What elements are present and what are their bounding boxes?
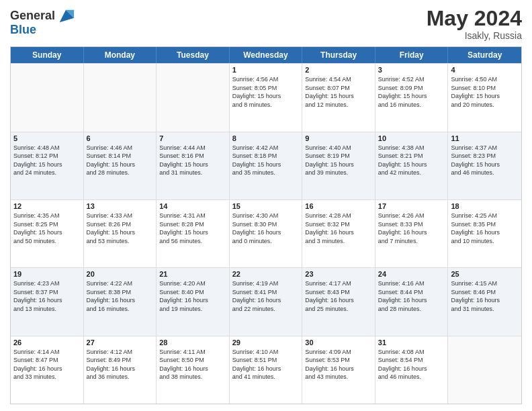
day-cell-13: 13Sunrise: 4:33 AM Sunset: 8:26 PM Dayli… xyxy=(84,200,157,267)
cell-content: Sunrise: 4:09 AM Sunset: 8:53 PM Dayligh… xyxy=(305,348,372,381)
cell-content: Sunrise: 4:16 AM Sunset: 8:44 PM Dayligh… xyxy=(378,279,445,313)
day-number: 29 xyxy=(232,338,300,347)
cell-content: Sunrise: 4:11 AM Sunset: 8:50 PM Dayligh… xyxy=(159,348,226,381)
day-cell-17: 17Sunrise: 4:26 AM Sunset: 8:33 PM Dayli… xyxy=(375,200,449,267)
day-number: 16 xyxy=(305,202,372,210)
month-title: May 2024 xyxy=(427,7,522,30)
cell-content: Sunrise: 4:44 AM Sunset: 8:16 PM Dayligh… xyxy=(159,144,226,177)
header-day-thursday: Thursday xyxy=(302,47,375,63)
empty-cell xyxy=(157,64,230,131)
day-number: 30 xyxy=(305,338,372,347)
cell-content: Sunrise: 4:10 AM Sunset: 8:51 PM Dayligh… xyxy=(232,348,300,381)
cell-content: Sunrise: 4:50 AM Sunset: 8:10 PM Dayligh… xyxy=(451,75,519,109)
day-cell-7: 7Sunrise: 4:44 AM Sunset: 8:16 PM Daylig… xyxy=(157,132,230,199)
day-cell-20: 20Sunrise: 4:22 AM Sunset: 8:38 PM Dayli… xyxy=(84,268,157,335)
header-day-monday: Monday xyxy=(84,47,157,63)
calendar: SundayMondayTuesdayWednesdayThursdayFrid… xyxy=(10,46,522,404)
cell-content: Sunrise: 4:22 AM Sunset: 8:38 PM Dayligh… xyxy=(87,279,154,313)
empty-cell xyxy=(11,64,84,131)
calendar-row-4: 26Sunrise: 4:14 AM Sunset: 8:47 PM Dayli… xyxy=(11,336,521,404)
day-cell-10: 10Sunrise: 4:38 AM Sunset: 8:21 PM Dayli… xyxy=(375,132,449,199)
empty-cell xyxy=(84,64,157,131)
day-number: 24 xyxy=(378,270,445,278)
day-cell-28: 28Sunrise: 4:11 AM Sunset: 8:50 PM Dayli… xyxy=(157,336,230,404)
day-cell-11: 11Sunrise: 4:37 AM Sunset: 8:23 PM Dayli… xyxy=(448,132,521,199)
day-number: 10 xyxy=(378,134,445,142)
logo: General Blue xyxy=(10,7,75,37)
cell-content: Sunrise: 4:40 AM Sunset: 8:19 PM Dayligh… xyxy=(305,144,372,177)
page: General Blue May 2024 Isakly, Russia Sun… xyxy=(0,0,532,411)
day-cell-5: 5Sunrise: 4:48 AM Sunset: 8:12 PM Daylig… xyxy=(11,132,84,199)
cell-content: Sunrise: 4:37 AM Sunset: 8:23 PM Dayligh… xyxy=(451,144,519,177)
day-cell-1: 1Sunrise: 4:56 AM Sunset: 8:05 PM Daylig… xyxy=(230,64,303,131)
cell-content: Sunrise: 4:56 AM Sunset: 8:05 PM Dayligh… xyxy=(232,75,300,109)
cell-content: Sunrise: 4:35 AM Sunset: 8:25 PM Dayligh… xyxy=(13,212,81,245)
day-cell-24: 24Sunrise: 4:16 AM Sunset: 8:44 PM Dayli… xyxy=(375,268,449,335)
cell-content: Sunrise: 4:15 AM Sunset: 8:46 PM Dayligh… xyxy=(451,279,519,313)
day-number: 19 xyxy=(13,270,81,278)
day-cell-16: 16Sunrise: 4:28 AM Sunset: 8:32 PM Dayli… xyxy=(302,200,375,267)
day-number: 11 xyxy=(451,134,519,142)
header-day-friday: Friday xyxy=(375,47,449,63)
calendar-row-2: 12Sunrise: 4:35 AM Sunset: 8:25 PM Dayli… xyxy=(11,199,521,267)
day-cell-29: 29Sunrise: 4:10 AM Sunset: 8:51 PM Dayli… xyxy=(230,336,303,404)
day-cell-2: 2Sunrise: 4:54 AM Sunset: 8:07 PM Daylig… xyxy=(302,64,375,131)
cell-content: Sunrise: 4:19 AM Sunset: 8:41 PM Dayligh… xyxy=(232,279,300,313)
day-number: 13 xyxy=(87,202,154,210)
cell-content: Sunrise: 4:08 AM Sunset: 8:54 PM Dayligh… xyxy=(378,348,445,381)
cell-content: Sunrise: 4:17 AM Sunset: 8:43 PM Dayligh… xyxy=(305,279,372,313)
day-number: 17 xyxy=(378,202,445,210)
day-number: 15 xyxy=(232,202,300,210)
cell-content: Sunrise: 4:38 AM Sunset: 8:21 PM Dayligh… xyxy=(378,144,445,177)
day-number: 8 xyxy=(232,134,300,142)
cell-content: Sunrise: 4:42 AM Sunset: 8:18 PM Dayligh… xyxy=(232,144,300,177)
day-number: 7 xyxy=(159,134,226,142)
day-cell-3: 3Sunrise: 4:52 AM Sunset: 8:09 PM Daylig… xyxy=(375,64,449,131)
cell-content: Sunrise: 4:31 AM Sunset: 8:28 PM Dayligh… xyxy=(159,212,226,245)
empty-cell xyxy=(448,336,521,404)
day-number: 28 xyxy=(159,338,226,347)
day-number: 1 xyxy=(232,66,300,74)
header-day-saturday: Saturday xyxy=(448,47,521,63)
day-number: 31 xyxy=(378,338,445,347)
day-number: 25 xyxy=(451,270,519,278)
day-cell-25: 25Sunrise: 4:15 AM Sunset: 8:46 PM Dayli… xyxy=(448,268,521,335)
day-number: 18 xyxy=(451,202,519,210)
day-number: 22 xyxy=(232,270,300,278)
day-number: 9 xyxy=(305,134,372,142)
day-cell-23: 23Sunrise: 4:17 AM Sunset: 8:43 PM Dayli… xyxy=(302,268,375,335)
cell-content: Sunrise: 4:48 AM Sunset: 8:12 PM Dayligh… xyxy=(13,144,81,177)
cell-content: Sunrise: 4:25 AM Sunset: 8:35 PM Dayligh… xyxy=(451,212,519,245)
cell-content: Sunrise: 4:20 AM Sunset: 8:40 PM Dayligh… xyxy=(159,279,226,313)
day-cell-18: 18Sunrise: 4:25 AM Sunset: 8:35 PM Dayli… xyxy=(448,200,521,267)
day-number: 3 xyxy=(378,66,445,74)
day-number: 12 xyxy=(13,202,81,210)
day-number: 21 xyxy=(159,270,226,278)
cell-content: Sunrise: 4:26 AM Sunset: 8:33 PM Dayligh… xyxy=(378,212,445,245)
cell-content: Sunrise: 4:23 AM Sunset: 8:37 PM Dayligh… xyxy=(13,279,81,313)
header: General Blue May 2024 Isakly, Russia xyxy=(10,7,522,41)
logo-text: General xyxy=(10,9,55,23)
day-cell-8: 8Sunrise: 4:42 AM Sunset: 8:18 PM Daylig… xyxy=(230,132,303,199)
cell-content: Sunrise: 4:28 AM Sunset: 8:32 PM Dayligh… xyxy=(305,212,372,245)
day-cell-4: 4Sunrise: 4:50 AM Sunset: 8:10 PM Daylig… xyxy=(448,64,521,131)
day-number: 20 xyxy=(87,270,154,278)
title-block: May 2024 Isakly, Russia xyxy=(427,7,522,41)
day-number: 5 xyxy=(13,134,81,142)
day-number: 26 xyxy=(13,338,81,347)
day-cell-12: 12Sunrise: 4:35 AM Sunset: 8:25 PM Dayli… xyxy=(11,200,84,267)
day-number: 2 xyxy=(305,66,372,74)
day-cell-9: 9Sunrise: 4:40 AM Sunset: 8:19 PM Daylig… xyxy=(302,132,375,199)
calendar-header: SundayMondayTuesdayWednesdayThursdayFrid… xyxy=(11,47,521,63)
day-cell-27: 27Sunrise: 4:12 AM Sunset: 8:49 PM Dayli… xyxy=(84,336,157,404)
cell-content: Sunrise: 4:12 AM Sunset: 8:49 PM Dayligh… xyxy=(87,348,154,381)
day-cell-14: 14Sunrise: 4:31 AM Sunset: 8:28 PM Dayli… xyxy=(157,200,230,267)
day-number: 23 xyxy=(305,270,372,278)
day-cell-6: 6Sunrise: 4:46 AM Sunset: 8:14 PM Daylig… xyxy=(84,132,157,199)
day-number: 27 xyxy=(87,338,154,347)
location-title: Isakly, Russia xyxy=(427,30,522,41)
calendar-row-3: 19Sunrise: 4:23 AM Sunset: 8:37 PM Dayli… xyxy=(11,267,521,335)
header-day-tuesday: Tuesday xyxy=(157,47,230,63)
day-number: 6 xyxy=(87,134,154,142)
day-number: 4 xyxy=(451,66,519,74)
